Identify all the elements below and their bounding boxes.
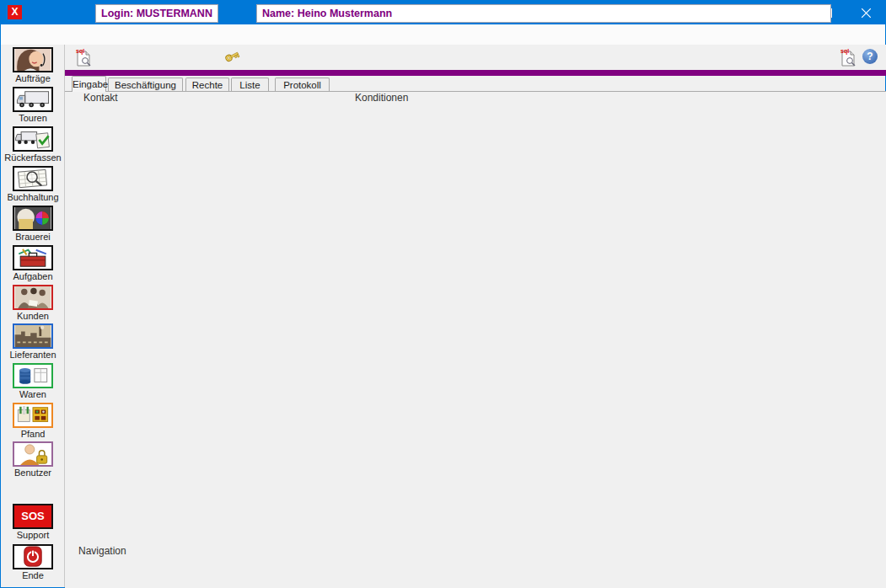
navigation-legend: Navigation <box>75 545 130 557</box>
sidebar-label: Aufträge <box>1 73 65 83</box>
sidebar-label: Rückerfassen <box>1 152 65 163</box>
sql-lookup-button[interactable]: sql <box>75 47 92 69</box>
sos-icon: SOS <box>13 504 53 529</box>
customers-photo-icon <box>13 285 53 310</box>
sql-document-icon: sql <box>75 47 92 67</box>
tab-eingabe[interactable]: Eingabe <box>72 76 106 92</box>
truck-icon <box>13 87 53 112</box>
kontakt-legend: Kontakt <box>80 92 121 104</box>
sidebar-label: Benutzer <box>1 468 65 478</box>
sidebar-item-lieferanten[interactable]: Lieferanten <box>1 323 65 360</box>
sidebar-item-rueckerfassen[interactable]: Rückerfassen <box>1 126 65 163</box>
login-toolbar <box>65 45 886 70</box>
help-button[interactable]: ? <box>862 49 878 64</box>
sidebar-item-ende[interactable]: Ende <box>1 544 65 580</box>
tab-beschaeftigung[interactable]: Beschäftigung <box>108 78 183 91</box>
sidebar-label: Buchhaltung <box>1 192 65 202</box>
app-icon: X <box>8 5 22 19</box>
sidebar: Aufträge Touren Rückerfassen <box>1 45 65 587</box>
orders-photo-icon <box>13 47 53 72</box>
sidebar-item-touren[interactable]: Touren <box>1 87 65 123</box>
toolbox-icon <box>13 245 53 270</box>
sidebar-label: Support <box>1 530 65 540</box>
sidebar-label: Pfand <box>1 429 65 439</box>
tab-rechte[interactable]: Rechte <box>185 78 229 91</box>
sidebar-item-buchhaltung[interactable]: Buchhaltung <box>1 166 65 202</box>
tab-protokoll[interactable]: Protokoll <box>275 78 330 91</box>
sidebar-label: Lieferanten <box>1 350 65 360</box>
close-button[interactable] <box>846 1 885 24</box>
factory-photo-icon <box>13 323 53 349</box>
deposit-crates-icon <box>13 403 53 428</box>
sidebar-label: Aufgaben <box>1 271 65 281</box>
beer-pie-icon <box>13 206 53 231</box>
tab-content-pane <box>65 91 886 588</box>
menu-bar: X Firmen Aufträge Warenwirtschaft Finanz… <box>1 24 885 45</box>
user-lock-icon <box>13 441 53 467</box>
ledger-magnifier-icon <box>13 166 53 191</box>
goods-icon <box>13 363 53 388</box>
login-box: Login: MUSTERMANN <box>95 4 218 23</box>
sql-lookup-button-right[interactable]: sql <box>840 47 856 69</box>
app-window: X X Firmen Aufträge Warenwirtschaft Fina… <box>0 0 886 588</box>
sidebar-label: Ende <box>1 570 65 580</box>
close-icon <box>862 8 871 18</box>
svg-text:sql: sql <box>76 48 84 55</box>
accent-divider <box>65 70 886 76</box>
svg-text:sql: sql <box>840 48 849 55</box>
sidebar-item-pfand[interactable]: Pfand <box>1 403 65 439</box>
sidebar-label: Brauerei <box>1 232 65 242</box>
sidebar-item-brauerei[interactable]: Brauerei <box>1 206 65 242</box>
sidebar-item-benutzer[interactable]: Benutzer <box>1 441 65 478</box>
user-name-box: Name: Heino Mustermann <box>256 4 831 23</box>
tab-liste[interactable]: Liste <box>231 78 269 91</box>
sidebar-item-waren[interactable]: Waren <box>1 363 65 399</box>
sidebar-label: Kunden <box>1 311 65 321</box>
sidebar-label: Touren <box>1 113 65 123</box>
truck-check-icon <box>13 126 53 152</box>
power-icon <box>13 544 53 569</box>
sidebar-item-auftraege[interactable]: Aufträge <box>1 47 65 83</box>
sidebar-item-support[interactable]: SOS Support <box>1 504 65 540</box>
key-icon[interactable] <box>223 49 241 66</box>
sql-document-icon: sql <box>840 47 856 67</box>
konditionen-legend: Konditionen <box>352 92 411 104</box>
sidebar-item-kunden[interactable]: Kunden <box>1 285 65 321</box>
sidebar-label: Waren <box>1 389 65 399</box>
sidebar-item-aufgaben[interactable]: Aufgaben <box>1 245 65 281</box>
